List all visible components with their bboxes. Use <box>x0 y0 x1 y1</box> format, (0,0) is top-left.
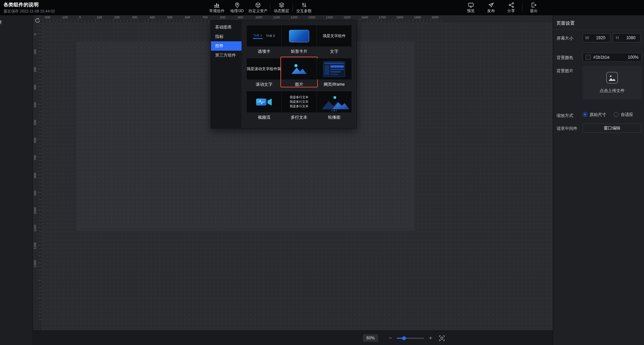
component-grid: TAB 1TAB 2选项卡矩形卡片我是文字组件文字我是滚动文字组件我是滚动文字图… <box>242 20 356 128</box>
component-category-menu: 基础图表指标控件第三方组件 <box>211 20 242 128</box>
component-thumb: 我是滚动文字组件我是 <box>247 58 281 79</box>
svg-text:900: 900 <box>238 16 243 19</box>
zoom-slider[interactable] <box>397 338 424 339</box>
svg-text:600: 600 <box>33 137 37 143</box>
top-bar: 各类组件的说明 最近保存 2022-11-08 15:44:02 常规组件地理/… <box>0 0 644 15</box>
bar-chart-icon <box>214 2 220 8</box>
component-carousel[interactable]: 轮播图 <box>317 91 351 119</box>
layers-icon <box>279 2 285 8</box>
svg-text:2000: 2000 <box>432 16 439 19</box>
tool-label: 地理/3D <box>230 8 244 14</box>
component-multiline[interactable]: 我是多行文本我是多行文本我是多行文本多行文本 <box>282 91 316 119</box>
menu-item-controls[interactable]: 控件 <box>211 41 242 51</box>
menu-item-basic-charts[interactable]: 基础图表 <box>211 23 242 32</box>
tabs-thumb: TAB 1TAB 2 <box>253 33 276 39</box>
component-label: 轮播图 <box>317 115 351 119</box>
zoom-out-button[interactable]: − <box>388 335 393 341</box>
project-info: 各类组件的说明 最近保存 2022-11-08 15:44:02 <box>3 2 55 14</box>
component-dropdown: 基础图表指标控件第三方组件 TAB 1TAB 2选项卡矩形卡片我是文字组件文字我… <box>211 20 357 128</box>
component-label: 视频流 <box>247 115 281 119</box>
menu-item-indicators[interactable]: 指标 <box>211 32 242 41</box>
radio-icon <box>583 112 587 117</box>
fit-screen-icon[interactable] <box>439 335 445 341</box>
text-sample: 我是文字组件 <box>323 33 346 39</box>
component-text[interactable]: 我是文字组件文字 <box>317 25 351 53</box>
tool-label: 退出 <box>530 8 537 14</box>
bottom-bar: 60% − + <box>33 330 553 345</box>
actions-divider <box>522 3 523 12</box>
component-label: 滚动文字 <box>247 82 281 86</box>
clipped-panel-text: 理 <box>0 19 2 25</box>
zoom-in-button[interactable]: + <box>428 335 433 341</box>
component-label: 选项卡 <box>247 49 281 53</box>
component-label: 网页/iframe <box>317 82 351 86</box>
radio-自适应[interactable]: 自适应 <box>614 112 633 118</box>
svg-text:1800: 1800 <box>396 16 403 19</box>
tool-label: 常规组件 <box>209 8 224 14</box>
tool-exit[interactable]: 退出 <box>524 2 544 14</box>
svg-text:400: 400 <box>150 16 155 19</box>
bg-color-input[interactable]: #1b1b1e 100% <box>583 53 642 62</box>
tool-layers[interactable]: 动态图层 <box>271 2 291 14</box>
zoom-level[interactable]: 60% <box>363 334 378 342</box>
component-label: 文字 <box>317 49 351 53</box>
monitor-icon <box>468 2 474 8</box>
svg-text:1600: 1600 <box>361 16 368 19</box>
reset-view-icon[interactable] <box>34 17 41 25</box>
svg-text:1200: 1200 <box>291 16 298 19</box>
svg-text:700: 700 <box>33 155 37 160</box>
window-edit-button[interactable]: 窗口编辑 <box>583 124 642 133</box>
upload-area[interactable]: 点击上传文件 <box>583 66 642 100</box>
menu-item-third-party[interactable]: 第三方组件 <box>211 51 242 60</box>
scale-mode-label: 缩放方式 <box>557 113 573 119</box>
radio-原始尺寸[interactable]: 原始尺寸 <box>583 112 606 118</box>
component-tab-card[interactable]: TAB 1TAB 2选项卡 <box>247 25 281 53</box>
component-video[interactable]: 视频流 <box>247 91 281 119</box>
svg-text:1700: 1700 <box>379 16 386 19</box>
editor-app: 各类组件的说明 最近保存 2022-11-08 15:44:02 常规组件地理/… <box>0 0 644 345</box>
tool-preview[interactable]: 预览 <box>461 2 481 14</box>
image-upload-icon <box>606 72 618 85</box>
width-prefix: W <box>583 35 591 40</box>
tool-label: 自定义资产 <box>248 8 268 14</box>
component-label: 矩形卡片 <box>282 49 316 53</box>
left-collapsed-panel[interactable]: 理 <box>0 15 33 345</box>
vertical-ruler: 0100200300400500600700800900100011001200… <box>33 15 41 330</box>
zoom-slider-knob[interactable] <box>402 336 406 340</box>
svg-text:1100: 1100 <box>33 225 37 232</box>
component-thumb: TAB 1TAB 2 <box>247 25 281 47</box>
svg-text:700: 700 <box>203 16 208 19</box>
tool-publish[interactable]: 发布 <box>481 2 501 14</box>
rect-card-shape <box>289 30 309 42</box>
tool-label: 预览 <box>467 8 475 14</box>
svg-text:1300: 1300 <box>33 260 37 267</box>
height-prefix: H <box>613 35 621 40</box>
component-rect-card[interactable]: 矩形卡片 <box>282 25 316 53</box>
divider <box>553 29 644 30</box>
tool-geo[interactable]: 地理/3D <box>227 2 247 14</box>
height-input[interactable]: H 1080 <box>613 33 641 42</box>
radio-label: 原始尺寸 <box>590 112 606 118</box>
width-value: 1920 <box>591 35 610 40</box>
bg-color-label: 背景颜色 <box>557 55 573 61</box>
bg-image-label: 背景图片 <box>557 68 573 74</box>
radio-icon <box>614 112 619 117</box>
svg-text:-100: -100 <box>61 16 68 19</box>
svg-text:900: 900 <box>33 191 37 196</box>
component-scroll-text[interactable]: 我是滚动文字组件我是滚动文字 <box>247 58 281 86</box>
page-settings-panel: 页面设置 屏幕大小 W 1920 H 1080 背景颜色 #1b1b1e 100… <box>553 15 644 345</box>
component-image[interactable]: 图片 <box>282 58 316 86</box>
tool-label: 动态图层 <box>274 8 289 14</box>
guide-line <box>446 22 446 330</box>
tool-charts[interactable]: 常规组件 <box>207 2 227 14</box>
tool-label: 分享 <box>507 8 515 14</box>
component-thumb <box>282 58 316 79</box>
tab2-label: TAB 2 <box>266 33 276 39</box>
tool-assets[interactable]: 自定义资产 <box>247 2 269 14</box>
svg-text:1500: 1500 <box>344 16 350 19</box>
component-iframe[interactable]: 网页/iframe <box>317 58 351 86</box>
width-input[interactable]: W 1920 <box>583 33 610 42</box>
toolbar-divider <box>270 3 270 12</box>
tool-params[interactable]: 交互参数 <box>294 2 314 14</box>
tool-share[interactable]: 分享 <box>501 2 521 14</box>
